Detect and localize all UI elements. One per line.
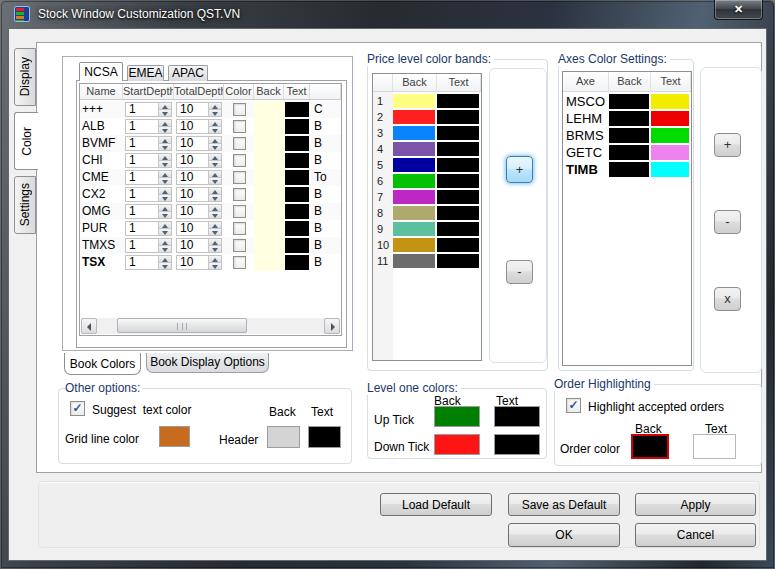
back-color-swatch[interactable] [254, 101, 284, 118]
spinner-down-button[interactable] [158, 126, 171, 133]
text-color-swatch[interactable] [285, 136, 309, 151]
scroll-left-button[interactable] [81, 318, 97, 334]
axes-remove-button[interactable]: - [714, 210, 741, 234]
scroll-right-button[interactable] [324, 318, 340, 334]
axe-text-swatch[interactable] [651, 94, 689, 109]
tab-emea[interactable]: EMEA [127, 65, 164, 81]
book-table-row[interactable]: CX2 1 [80, 186, 341, 203]
tab-color[interactable]: Color [14, 112, 38, 170]
highlight-accepted-orders-checkbox[interactable]: ✓ [566, 398, 581, 413]
save-as-default-button[interactable]: Save as Default [508, 493, 620, 516]
band-back-swatch[interactable] [393, 206, 435, 220]
axe-back-swatch[interactable] [609, 145, 649, 160]
band-back-swatch[interactable] [393, 158, 435, 172]
book-table-row[interactable]: ALB 1 [80, 118, 341, 135]
band-text-swatch[interactable] [437, 238, 479, 252]
axes-row[interactable]: BRMS [563, 127, 691, 144]
totaldepth-stepper[interactable]: 10 [176, 204, 222, 219]
price-band-add-button[interactable]: + [506, 156, 533, 183]
color-checkbox[interactable] [233, 103, 246, 116]
back-color-swatch[interactable] [254, 118, 284, 135]
price-band-row[interactable]: 7 [373, 189, 481, 205]
color-checkbox[interactable] [233, 137, 246, 150]
axes-row[interactable]: TIMB [563, 161, 691, 178]
price-band-row[interactable]: 9 [373, 221, 481, 237]
startdepth-stepper[interactable]: 1 [125, 238, 172, 253]
color-checkbox[interactable] [233, 205, 246, 218]
totaldepth-stepper[interactable]: 10 [176, 238, 222, 253]
price-band-remove-button[interactable]: - [506, 260, 533, 284]
price-band-row[interactable]: 5 [373, 157, 481, 173]
up-tick-back-swatch[interactable] [434, 406, 480, 427]
totaldepth-stepper[interactable]: 10 [176, 119, 222, 134]
band-text-swatch[interactable] [437, 174, 479, 188]
header-back-swatch[interactable] [267, 426, 300, 448]
color-checkbox[interactable] [233, 120, 246, 133]
header-text-swatch[interactable] [308, 426, 341, 448]
price-band-row[interactable]: 10 [373, 237, 481, 253]
axes-row[interactable]: GETC [563, 144, 691, 161]
totaldepth-stepper[interactable]: 10 [176, 255, 222, 270]
text-color-swatch[interactable] [285, 255, 309, 270]
text-color-swatch[interactable] [285, 153, 309, 168]
tab-book-colors[interactable]: Book Colors [64, 353, 141, 375]
axe-back-swatch[interactable] [609, 111, 649, 126]
totaldepth-stepper[interactable]: 10 [176, 170, 222, 185]
startdepth-stepper[interactable]: 1 [125, 170, 172, 185]
price-col-header-text[interactable]: Text [437, 74, 481, 91]
book-table-row[interactable]: TSX 1 [80, 254, 341, 271]
text-color-swatch[interactable] [285, 119, 309, 134]
band-back-swatch[interactable] [393, 238, 435, 252]
col-header-startdepth[interactable]: StartDepth [123, 84, 174, 99]
back-color-swatch[interactable] [254, 220, 284, 237]
scrollbar-track[interactable] [97, 318, 324, 334]
color-checkbox[interactable] [233, 188, 246, 201]
spinner-down-button[interactable] [208, 160, 221, 167]
totaldepth-stepper[interactable]: 10 [176, 221, 222, 236]
startdepth-stepper[interactable]: 1 [125, 153, 172, 168]
spinner-down-button[interactable] [208, 245, 221, 252]
spinner-down-button[interactable] [158, 160, 171, 167]
up-tick-text-swatch[interactable] [494, 406, 540, 427]
spinner-down-button[interactable] [158, 109, 171, 116]
tab-apac[interactable]: APAC [168, 65, 208, 81]
tab-book-display-options[interactable]: Book Display Options [146, 353, 269, 373]
text-color-swatch[interactable] [285, 204, 309, 219]
color-checkbox[interactable] [233, 222, 246, 235]
spinner-down-button[interactable] [158, 194, 171, 201]
color-checkbox[interactable] [233, 154, 246, 167]
spinner-down-button[interactable] [158, 211, 171, 218]
spinner-down-button[interactable] [158, 262, 171, 269]
close-button[interactable]: ✕ [714, 0, 763, 20]
book-table-row[interactable]: PUR 1 [80, 220, 341, 237]
axes-col-header-axe[interactable]: Axe [563, 72, 609, 91]
band-back-swatch[interactable] [393, 174, 435, 188]
band-text-swatch[interactable] [437, 158, 479, 172]
horizontal-scrollbar[interactable] [81, 318, 340, 334]
spinner-down-button[interactable] [158, 245, 171, 252]
book-table-row[interactable]: CME 1 [80, 169, 341, 186]
book-table-row[interactable]: OMG 1 [80, 203, 341, 220]
axe-text-swatch[interactable] [651, 128, 689, 143]
price-band-row[interactable]: 2 [373, 109, 481, 125]
color-checkbox[interactable] [233, 256, 246, 269]
price-band-row[interactable]: 6 [373, 173, 481, 189]
band-text-swatch[interactable] [437, 254, 479, 268]
book-table-row[interactable]: TMXS 1 [80, 237, 341, 254]
band-text-swatch[interactable] [437, 94, 479, 108]
load-default-button[interactable]: Load Default [380, 493, 492, 516]
price-band-row[interactable]: 8 [373, 205, 481, 221]
back-color-swatch[interactable] [254, 254, 284, 271]
book-table-row[interactable]: BVMF 1 [80, 135, 341, 152]
spinner-down-button[interactable] [208, 194, 221, 201]
axe-back-swatch[interactable] [609, 128, 649, 143]
text-color-swatch[interactable] [285, 102, 309, 117]
spinner-down-button[interactable] [158, 143, 171, 150]
tab-display[interactable]: Display [14, 48, 36, 106]
order-text-swatch[interactable] [693, 434, 736, 459]
spinner-down-button[interactable] [208, 262, 221, 269]
col-header-color[interactable]: Color [224, 84, 254, 99]
back-color-swatch[interactable] [254, 169, 284, 186]
spinner-down-button[interactable] [208, 211, 221, 218]
totaldepth-stepper[interactable]: 10 [176, 102, 222, 117]
